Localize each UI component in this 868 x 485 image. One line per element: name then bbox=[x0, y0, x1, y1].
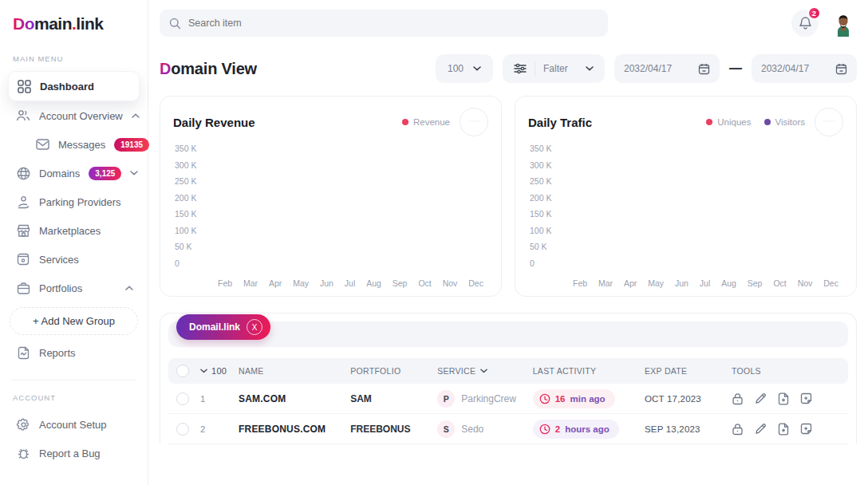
notifications-button[interactable]: 2 bbox=[791, 10, 819, 37]
row-checkbox[interactable] bbox=[176, 423, 189, 436]
sidebar-item-label: Reports bbox=[39, 347, 133, 359]
count-sorter[interactable]: 100 bbox=[200, 366, 239, 376]
people-icon bbox=[16, 108, 30, 123]
row-tools bbox=[732, 423, 840, 436]
chart-body: 350 K300 K250 K200 K150 K100 K50 K0 bbox=[173, 144, 488, 274]
sidebar-item-messages[interactable]: Messages 19135 bbox=[8, 130, 140, 159]
col-service[interactable]: SERVICE bbox=[437, 366, 532, 376]
date-from-picker[interactable]: 2032/04/17 bbox=[614, 54, 720, 83]
col-tools: TOOLS bbox=[732, 366, 840, 376]
sidebar-item-label: Marketplaces bbox=[39, 225, 133, 237]
domains-count-badge: 3,125 bbox=[89, 167, 121, 180]
parking-hand-icon bbox=[16, 195, 30, 209]
table-row[interactable]: 2 FREEBONUS.COM FREEBONUS SSedo 2hours a… bbox=[168, 414, 848, 444]
service-cell: SSedo bbox=[437, 420, 532, 438]
filter-chip-domail-link[interactable]: Domail.link X bbox=[176, 314, 270, 340]
sidebar-item-marketplaces[interactable]: Marketplaces bbox=[8, 216, 140, 245]
sidebar-item-services[interactable]: Services bbox=[8, 245, 140, 274]
domain-name: SAM.COM bbox=[239, 393, 350, 404]
file-add-icon[interactable] bbox=[778, 392, 789, 405]
download-button[interactable] bbox=[815, 108, 843, 136]
sidebar-divider bbox=[11, 380, 136, 381]
col-exp-date: EXP DATE bbox=[645, 366, 732, 376]
download-button[interactable] bbox=[460, 108, 488, 136]
main-content: 2 Domain View 100 Falter bbox=[148, 0, 868, 485]
notification-count-badge: 2 bbox=[807, 6, 821, 20]
service-initial-badge: P bbox=[437, 390, 455, 408]
account-section-label: ACCOUNT bbox=[13, 393, 140, 402]
sidebar-item-label: Account Setup bbox=[39, 419, 133, 431]
sidebar-item-account-setup[interactable]: Account Setup bbox=[8, 410, 140, 439]
sidebar-item-label: Portfolios bbox=[39, 282, 116, 294]
page-size-select[interactable]: 100 bbox=[436, 54, 493, 83]
y-axis-labels: 350 K300 K250 K200 K150 K100 K50 K0 bbox=[173, 144, 208, 274]
sidebar-item-label: Dashboard bbox=[40, 81, 132, 93]
date-to-picker[interactable]: 2032/04/17 bbox=[752, 54, 857, 83]
bug-icon bbox=[16, 446, 30, 460]
select-all-checkbox[interactable] bbox=[176, 365, 189, 377]
portfolio-name: FREEBONUS bbox=[350, 424, 437, 435]
activity-pill: 2hours ago bbox=[533, 420, 619, 439]
note-add-icon[interactable] bbox=[800, 423, 812, 435]
col-name: NAME bbox=[239, 366, 350, 376]
filter-label: Falter bbox=[543, 63, 568, 74]
search-bar[interactable] bbox=[160, 10, 608, 37]
sidebar-item-domains[interactable]: Domains 3,125 bbox=[8, 159, 140, 187]
logo-link-part: link bbox=[76, 14, 103, 33]
date-range-separator: — bbox=[729, 61, 742, 76]
page-head: Domain View 100 Falter 2032/04/17 bbox=[160, 54, 857, 83]
sidebar-item-report-a-bug[interactable]: Report a Bug bbox=[8, 439, 140, 467]
lock-icon[interactable] bbox=[732, 423, 744, 436]
sidebar-item-reports[interactable]: Reports bbox=[8, 338, 140, 367]
sidebar-item-account-overview[interactable]: Account Overview bbox=[8, 101, 140, 130]
sidebar: Domain.link MAIN MENU Dashboard Account … bbox=[0, 0, 148, 485]
search-input[interactable] bbox=[188, 18, 598, 29]
storefront-icon bbox=[16, 223, 30, 238]
sidebar-item-portfolios[interactable]: Portfolios bbox=[8, 274, 140, 302]
chip-close-icon[interactable]: X bbox=[247, 319, 262, 335]
briefcase-icon bbox=[16, 281, 30, 295]
last-activity-cell: 2hours ago bbox=[533, 420, 645, 439]
table-row[interactable]: 1 SAM.COM SAM PParkingCrew 16min ago OCT… bbox=[168, 384, 848, 414]
brand-logo[interactable]: Domain.link bbox=[8, 14, 140, 34]
avatar[interactable] bbox=[830, 10, 857, 37]
lock-icon[interactable] bbox=[732, 392, 744, 405]
page-title: Domain View bbox=[160, 60, 257, 78]
services-box-icon bbox=[16, 252, 30, 266]
topbar-right: 2 bbox=[791, 10, 857, 37]
filter-dropdown[interactable]: Falter bbox=[503, 54, 605, 83]
row-checkbox[interactable] bbox=[176, 392, 189, 405]
line-chart bbox=[208, 144, 488, 274]
y-axis-labels: 350 K300 K250 K200 K150 K100 K50 K0 bbox=[528, 144, 563, 274]
chip-label: Domail.link bbox=[189, 321, 240, 333]
globe-icon bbox=[16, 166, 30, 180]
add-new-group-button[interactable]: + Add New Group bbox=[10, 307, 138, 335]
clock-icon bbox=[539, 393, 550, 404]
note-add-icon[interactable] bbox=[800, 392, 812, 404]
page-size-value: 100 bbox=[448, 63, 464, 74]
sidebar-item-parking-providers[interactable]: Parking Providers bbox=[8, 187, 140, 216]
legend-dot bbox=[402, 119, 408, 125]
sidebar-item-dashboard[interactable]: Dashboard bbox=[8, 71, 140, 101]
topbar: 2 bbox=[160, 10, 857, 37]
col-last-activity: LAST ACTIVITY bbox=[533, 366, 645, 376]
card-header: Daily Revenue Revenue bbox=[173, 108, 488, 136]
chevron-up-icon bbox=[132, 113, 140, 118]
date-to-value: 2032/04/17 bbox=[761, 63, 809, 74]
calendar-icon bbox=[698, 63, 710, 75]
service-cell: PParkingCrew bbox=[437, 390, 532, 408]
file-add-icon[interactable] bbox=[778, 423, 789, 436]
legend-dot bbox=[764, 119, 771, 125]
legend-item-uniques: Uniques bbox=[706, 117, 751, 127]
daily-trafic-card: Daily Trafic Uniques Visitors 350 K300 K… bbox=[515, 96, 857, 297]
messages-count-badge: 19135 bbox=[114, 138, 149, 152]
activity-pill: 16min ago bbox=[533, 389, 615, 408]
title-rest: omain View bbox=[171, 60, 257, 77]
chart-title: Daily Revenue bbox=[173, 116, 255, 129]
legend-item-visitors: Visitors bbox=[764, 117, 806, 127]
main-menu-label: MAIN MENU bbox=[13, 54, 140, 63]
edit-pencil-icon[interactable] bbox=[755, 392, 767, 404]
sidebar-item-label: Report a Bug bbox=[39, 448, 133, 459]
edit-pencil-icon[interactable] bbox=[755, 423, 767, 435]
service-initial-badge: S bbox=[437, 420, 455, 438]
